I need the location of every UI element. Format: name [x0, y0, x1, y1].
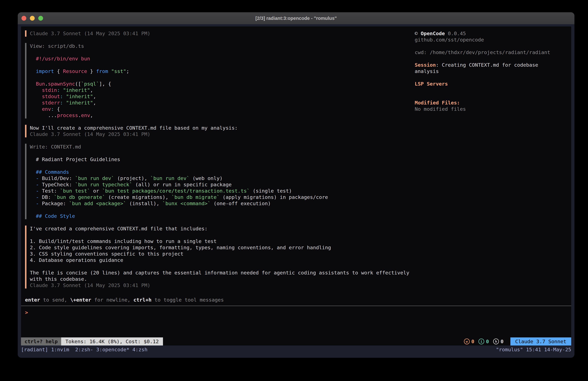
- text-segment: 0.0.45: [445, 30, 466, 36]
- terminal-line: # Radiant Project Guidelines: [30, 156, 409, 163]
- text-segment: Build/Dev:: [39, 175, 75, 181]
- model-badge[interactable]: Claude 3.7 Sonnet: [510, 337, 571, 345]
- terminal-line: 4. Database operations guidance: [30, 257, 409, 263]
- text-segment: [63, 93, 66, 99]
- terminal-line: [30, 74, 409, 81]
- zoom-button[interactable]: [38, 16, 43, 21]
- terminal-line: - Package: `bun add <package>` (install)…: [30, 200, 409, 207]
- terminal-line: [415, 74, 571, 81]
- text-segment: :: [60, 93, 63, 99]
- text-segment: OpenCode: [421, 30, 445, 36]
- close-button[interactable]: [21, 16, 26, 21]
- text-segment: {: [54, 106, 60, 112]
- hint-icon: h: [493, 338, 499, 344]
- text-segment: .: [78, 112, 81, 118]
- text-segment: from: [96, 68, 108, 74]
- text-segment: cwd: /home/thdxr/dev/projects/radiant/ra…: [415, 49, 550, 55]
- terminal-line: ...process.env,: [30, 112, 409, 118]
- terminal-line: [30, 232, 409, 238]
- text-segment: :: [60, 100, 63, 106]
- text-segment: [30, 87, 42, 93]
- text-segment: [30, 201, 36, 206]
- text-segment: [60, 87, 63, 93]
- text-segment: .: [45, 81, 48, 87]
- info-count-value: 0: [486, 338, 489, 344]
- opencode-statusbar: ctrl+? help Tokens: 16.4K (8%), Cost: $0…: [21, 337, 571, 345]
- terminal-line: cwd: /home/thdxr/dev/projects/radiant/ra…: [415, 49, 571, 56]
- text-segment: [108, 68, 111, 74]
- text-segment: [30, 188, 36, 194]
- text-segment: `bunx <command>`: [162, 201, 210, 206]
- terminal-line: github.com/sst/opencode: [415, 37, 571, 43]
- keybinding-hint: enter to send, \+enter for newline, ctrl…: [25, 297, 224, 303]
- tmux-window-list[interactable]: [radiant] 1:nvim 2:zsh- 3:opencode* 4:zs…: [21, 347, 147, 352]
- text-segment: Session: [415, 62, 436, 68]
- text-segment: process: [57, 112, 78, 118]
- help-shortcut-badge[interactable]: ctrl+? help: [21, 337, 61, 345]
- text-segment: `bun run typecheck`: [75, 182, 132, 187]
- text-segment: LSP Servers: [415, 81, 448, 87]
- text-segment: `bun db migrate`: [171, 194, 220, 200]
- text-segment: :: [51, 106, 54, 112]
- terminal-line: [30, 163, 409, 169]
- text-segment: # Radiant Project Guidelines: [30, 157, 120, 162]
- prompt-input[interactable]: >: [25, 309, 28, 316]
- text-segment: Bun: [36, 81, 45, 87]
- text-segment: ,: [93, 93, 96, 99]
- text-segment: Resource: [63, 68, 87, 74]
- text-segment: [30, 106, 42, 112]
- terminal-line: [30, 207, 409, 213]
- text-segment: [30, 81, 36, 87]
- text-segment: ...: [30, 112, 57, 118]
- prompt-caret: >: [25, 310, 28, 315]
- terminal-body: Claude 3.7 Sonnet (14 May 2025 03:41 PM)…: [18, 24, 574, 358]
- text-segment: Modified Files:: [415, 100, 460, 106]
- terminal-line: stderr: "inherit",: [30, 100, 409, 106]
- text-segment: {: [54, 68, 63, 74]
- text-segment: `bun run dev`: [75, 175, 114, 181]
- text-segment: #!/usr/bin/env bun: [30, 56, 90, 62]
- assistant-message-block: I've created a comprehensive CONTEXT.md …: [25, 225, 409, 289]
- desktop: [2/3] radiant:3:opencode - "romulus" Cla…: [0, 0, 588, 381]
- input-divider: [21, 306, 571, 306]
- text-segment: [30, 182, 36, 187]
- terminal-line: Modified Files:: [415, 100, 571, 106]
- warnings-count: w 0: [464, 338, 474, 344]
- text-segment: ©: [415, 30, 421, 36]
- text-segment: 2. Code style guidelines covering import…: [30, 245, 331, 250]
- text-segment: (web only): [189, 175, 223, 181]
- text-segment: -: [36, 182, 39, 187]
- terminal-line: The file is concise (20 lines) and captu…: [30, 269, 409, 276]
- text-segment: enter: [25, 297, 40, 303]
- text-segment: `psql`: [81, 81, 99, 87]
- text-segment: "sst": [111, 68, 126, 74]
- window-titlebar[interactable]: [2/3] radiant:3:opencode - "romulus": [18, 12, 574, 24]
- text-segment: No modified files: [415, 106, 466, 112]
- terminal-line: [30, 150, 409, 156]
- terminal-line: 3. CSS styling conventions specific to t…: [30, 251, 409, 257]
- text-segment: ## Commands: [30, 169, 69, 175]
- terminal-line: [415, 56, 571, 62]
- text-segment: "inherit": [63, 87, 90, 93]
- text-segment: DB:: [39, 194, 54, 200]
- terminal-line: with this codebase.: [30, 276, 409, 282]
- terminal-line: #!/usr/bin/env bun: [30, 56, 409, 62]
- tool-output-block: View: script/db.ts #!/usr/bin/env bun im…: [25, 43, 409, 118]
- text-segment: 4. Database operations guidance: [30, 257, 123, 263]
- terminal-line: 2. Code style guidelines covering import…: [30, 245, 409, 251]
- text-segment: Now I'll create a comprehensive CONTEXT.…: [30, 125, 238, 131]
- text-segment: [30, 68, 36, 74]
- text-segment: (single test): [250, 188, 292, 194]
- statusbar-right: w 0 i 0 h 0 Claude 3.7 Sonnet: [464, 337, 571, 345]
- conversation-area: Claude 3.7 Sonnet (14 May 2025 03:41 PM)…: [25, 30, 409, 289]
- minimize-button[interactable]: [30, 16, 35, 21]
- text-segment: import: [36, 68, 54, 74]
- text-segment: env: [81, 112, 90, 118]
- text-segment: [63, 100, 66, 106]
- terminal-line: [415, 87, 571, 93]
- text-segment: -: [36, 175, 39, 181]
- terminal-line: Claude 3.7 Sonnet (14 May 2025 03:41 PM): [30, 131, 409, 137]
- text-segment: ,: [90, 112, 93, 118]
- text-segment: [30, 93, 42, 99]
- text-segment: [30, 194, 36, 200]
